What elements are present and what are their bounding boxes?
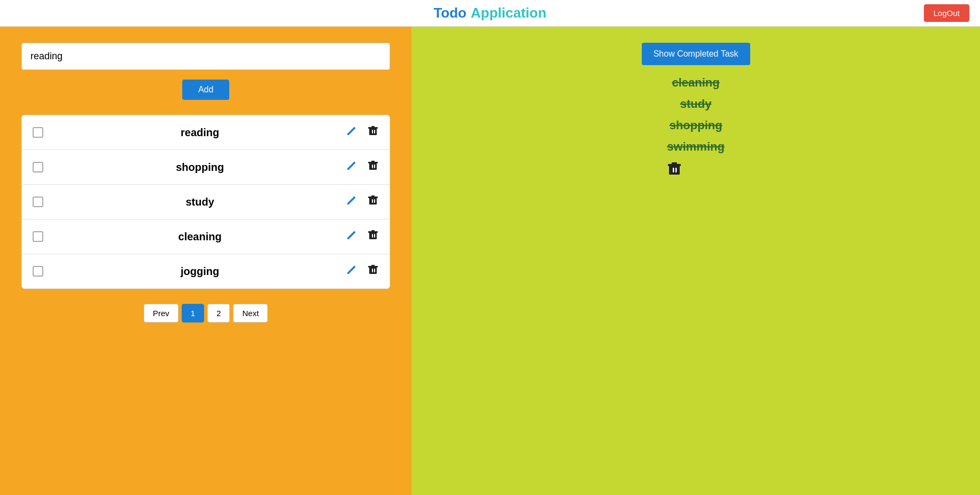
left-panel: Add reading [0,27,411,495]
header: Todo Application LogOut [0,0,980,27]
task-checkbox-0[interactable] [33,127,43,138]
task-name-0: reading [54,127,346,139]
task-checkbox-4[interactable] [33,266,43,277]
task-row: shopping [22,150,390,185]
page-1-button[interactable]: 1 [182,304,204,323]
svg-rect-24 [371,265,375,266]
page-2-button[interactable]: 2 [207,304,230,323]
completed-task-2: shopping [667,119,725,132]
next-button[interactable]: Next [233,304,268,323]
task-row: jogging [22,254,390,288]
edit-icon-2[interactable] [346,194,357,209]
logout-button[interactable]: LogOut [924,4,969,22]
app-title: Todo Application [433,5,546,21]
task-checkbox-3[interactable] [33,231,43,242]
task-actions-3 [346,229,379,244]
svg-rect-4 [371,126,375,128]
svg-rect-27 [675,168,677,172]
task-checkbox-2[interactable] [33,197,43,207]
delete-icon-1[interactable] [367,160,379,175]
search-input[interactable] [21,43,390,70]
task-name-3: cleaning [54,231,346,243]
task-row: cleaning [22,219,390,254]
task-actions-4 [346,264,379,279]
task-actions-0 [346,125,379,140]
completed-task-0: cleaning [667,76,725,90]
edit-icon-4[interactable] [346,264,357,279]
task-list: reading [21,115,390,289]
task-name-1: shopping [54,161,346,174]
task-row: study [22,185,390,219]
task-actions-2 [346,194,379,209]
task-checkbox-1[interactable] [33,162,43,172]
task-actions-1 [346,160,379,175]
delete-icon-3[interactable] [367,229,379,244]
svg-rect-6 [372,164,373,168]
task-row: reading [22,115,390,150]
svg-rect-26 [673,168,674,172]
edit-icon-0[interactable] [346,125,357,140]
svg-rect-11 [372,199,373,203]
svg-rect-12 [374,199,375,203]
edit-icon-3[interactable] [346,229,357,244]
svg-rect-17 [374,234,375,238]
completed-task-list: cleaningstudyshoppingswimming [667,76,725,179]
completed-task-1: study [667,97,725,111]
edit-icon-1[interactable] [346,160,357,175]
svg-rect-9 [371,161,375,162]
delete-icon-2[interactable] [367,194,379,209]
delete-icon-0[interactable] [367,125,379,140]
svg-rect-25 [669,166,680,175]
svg-rect-22 [374,269,375,272]
svg-rect-19 [371,230,375,232]
svg-rect-7 [374,164,375,168]
svg-rect-29 [672,162,677,164]
task-name-2: study [54,196,346,208]
svg-rect-1 [372,130,373,133]
delete-icon-4[interactable] [367,264,379,279]
prev-button[interactable]: Prev [144,304,178,323]
svg-rect-16 [372,234,373,238]
title-todo: Todo [433,5,466,21]
main-layout: Add reading [0,27,980,495]
right-panel: Show Completed Task cleaningstudyshoppin… [411,27,980,495]
show-completed-button[interactable]: Show Completed Task [642,43,750,65]
completed-delete-icon[interactable] [667,161,725,179]
svg-rect-14 [371,195,375,197]
title-app: Application [471,5,547,21]
completed-task-3: swimming [667,140,725,154]
add-button[interactable]: Add [182,80,229,100]
svg-rect-21 [372,269,373,272]
task-name-4: jogging [54,265,346,278]
svg-rect-2 [374,130,375,133]
pagination: Prev 1 2 Next [144,304,268,323]
